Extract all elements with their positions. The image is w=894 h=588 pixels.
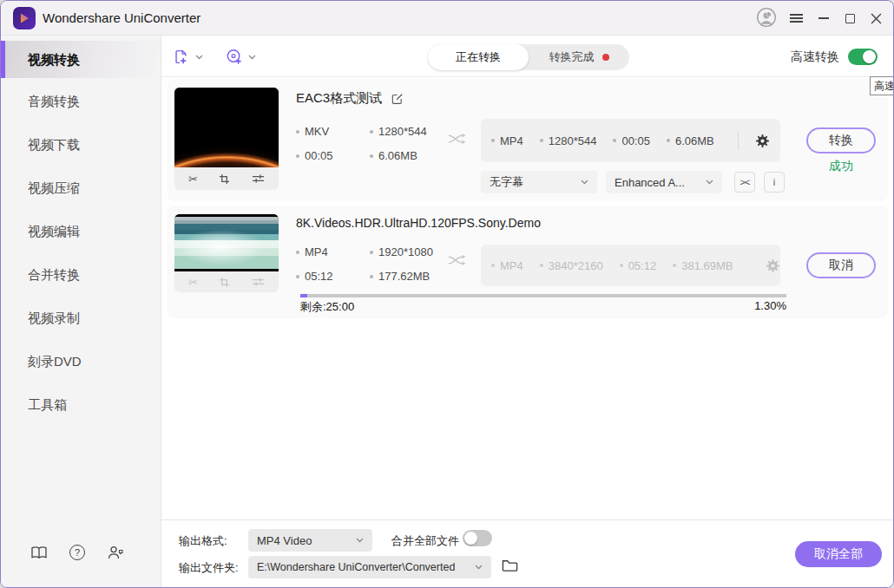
chevron-down-icon xyxy=(356,538,364,543)
progress-percent: 1.30% xyxy=(754,299,786,315)
target-size: 6.06MB xyxy=(667,134,714,147)
trim-icon: ✂ xyxy=(188,276,198,289)
help-glyph: ? xyxy=(75,547,80,558)
sidebar-item-toolbox[interactable]: 工具箱 xyxy=(1,388,161,422)
output-settings-box: MP4 1280*544 00:05 6.06MB xyxy=(481,119,780,162)
add-files-button[interactable] xyxy=(171,47,203,67)
chevron-down-icon xyxy=(195,55,203,60)
add-file-icon xyxy=(171,47,191,67)
merge-all-toggle[interactable] xyxy=(463,530,492,546)
fast-convert-toggle[interactable] xyxy=(848,49,878,65)
source-format: MKV xyxy=(296,125,329,138)
task-row-2: ✂ 8K.Videos.HDR.UltraHD.120FPS.Sony.Demo… xyxy=(168,206,888,318)
app-logo-icon xyxy=(13,7,36,29)
target-size: 381.69MB xyxy=(673,259,733,272)
source-duration: 00:05 xyxy=(296,149,333,162)
subtitle-value: 无字幕 xyxy=(490,174,523,190)
settings-gear-icon[interactable] xyxy=(755,134,770,148)
sidebar-item-audio-convert[interactable]: 音频转换 xyxy=(1,84,161,119)
progress-fill xyxy=(300,294,307,297)
target-format: MP4 xyxy=(491,259,523,272)
output-folder-label: 输出文件夹: xyxy=(179,560,239,576)
fast-convert-label: 高速转换 xyxy=(791,49,839,65)
tab-converting[interactable]: 正在转换 xyxy=(428,44,529,70)
progress-bar xyxy=(300,294,786,297)
titlebar: Wondershare UniConverter xyxy=(1,1,893,36)
user-guide-book-icon[interactable] xyxy=(29,542,49,563)
rename-icon[interactable] xyxy=(391,92,404,105)
audio-value: Enhanced A... xyxy=(615,176,685,189)
chevron-down-icon xyxy=(475,565,483,570)
sidebar-item-video-edit[interactable]: 视频编辑 xyxy=(1,214,161,249)
crop-icon[interactable] xyxy=(219,173,230,185)
time-remaining: 剩余:25:00 xyxy=(300,299,354,315)
app-window: Wondershare UniConverter 视频转换 音频转换 视频下载 xyxy=(0,0,894,588)
open-folder-icon[interactable] xyxy=(502,559,518,576)
sidebar-item-merge-convert[interactable]: 合并转换 xyxy=(1,258,161,292)
output-folder-path: E:\Wondershare UniConverter\Converted xyxy=(257,561,455,573)
file-title: EAC3格式测试 xyxy=(296,90,382,107)
subtitle-dropdown[interactable]: 无字幕 xyxy=(481,171,597,193)
merge-all-label: 合并全部文件 xyxy=(391,533,459,549)
sidebar-item-screen-record[interactable]: 视频录制 xyxy=(1,301,161,336)
task-row-1: ✂ EAC3格式测试 MKV 1280*544 00:05 6.06MB xyxy=(168,79,888,201)
source-resolution: 1920*1080 xyxy=(370,245,433,258)
contact-support-icon[interactable] xyxy=(105,542,126,563)
output-settings-box-disabled: MP4 3840*2160 05:12 381.69MB xyxy=(481,245,780,286)
source-format: MP4 xyxy=(296,245,328,258)
toolbar: 正在转换 转换完成 高速转换 xyxy=(161,36,893,77)
tab-finished-label: 转换完成 xyxy=(549,49,595,65)
help-icon[interactable]: ? xyxy=(67,542,88,563)
fast-convert-tooltip: 高速 xyxy=(870,76,894,95)
convert-status-tabs: 正在转换 转换完成 xyxy=(428,44,629,70)
convert-button[interactable]: 转换 xyxy=(806,127,876,154)
video-thumbnail-2[interactable]: ✂ xyxy=(174,214,279,292)
sidebar-item-video-download[interactable]: 视频下载 xyxy=(1,127,161,162)
output-format-value: MP4 Video xyxy=(257,534,312,547)
effects-sliders-icon[interactable] xyxy=(252,173,265,184)
target-duration: 00:05 xyxy=(613,134,650,147)
convert-arrow-icon xyxy=(447,252,469,271)
output-format-dropdown[interactable]: MP4 Video xyxy=(248,529,372,552)
source-size: 177.62MB xyxy=(370,270,430,283)
output-folder-dropdown[interactable]: E:\Wondershare UniConverter\Converted xyxy=(248,556,491,578)
account-avatar[interactable] xyxy=(756,7,777,28)
thumbnail-image-waterfall xyxy=(174,214,279,271)
convert-arrow-icon xyxy=(447,131,469,150)
sidebar-item-video-compress[interactable]: 视频压缩 xyxy=(1,171,161,206)
fast-convert-control: 高速转换 xyxy=(791,49,878,65)
source-duration: 05:12 xyxy=(296,270,333,283)
add-dvd-button[interactable] xyxy=(224,47,256,67)
add-disc-icon xyxy=(224,47,244,67)
trim-icon[interactable]: ✂ xyxy=(188,173,198,186)
settings-gear-icon-disabled xyxy=(766,258,780,273)
notification-dot xyxy=(602,54,609,61)
thumbnail-image-solar xyxy=(174,88,279,167)
app-title: Wondershare UniConverter xyxy=(43,1,200,36)
menu-button[interactable] xyxy=(786,8,806,29)
divider xyxy=(738,131,739,150)
tab-finished[interactable]: 转换完成 xyxy=(529,49,629,65)
source-resolution: 1280*544 xyxy=(370,125,427,138)
cancel-all-button[interactable]: 取消全部 xyxy=(795,541,882,567)
effects-sliders-icon xyxy=(252,277,265,287)
target-resolution: 3840*2160 xyxy=(540,259,603,272)
cancel-button[interactable]: 取消 xyxy=(806,252,876,278)
maximize-button[interactable] xyxy=(839,8,860,29)
edit-toolbar-disabled: ✂ xyxy=(174,271,279,292)
status-success: 成功 xyxy=(806,159,876,174)
video-thumbnail-1[interactable]: ✂ xyxy=(174,88,279,190)
close-button[interactable] xyxy=(865,8,886,29)
info-icon[interactable]: i xyxy=(764,172,785,193)
output-format-label: 输出格式: xyxy=(179,533,227,549)
minimize-button[interactable] xyxy=(813,8,834,29)
sidebar-item-burn-dvd[interactable]: 刻录DVD xyxy=(1,344,161,379)
source-size: 6.06MB xyxy=(370,149,417,162)
sidebar-item-video-convert[interactable]: 视频转换 xyxy=(1,41,161,78)
sidebar: 视频转换 音频转换 视频下载 视频压缩 视频编辑 合并转换 视频录制 刻录DVD… xyxy=(1,36,161,587)
target-duration: 05:12 xyxy=(620,259,657,272)
chevron-down-icon xyxy=(581,180,588,185)
audio-track-dropdown[interactable]: Enhanced A... xyxy=(606,171,722,193)
target-format: MP4 xyxy=(491,134,523,147)
compress-icon[interactable]: >< xyxy=(734,172,755,193)
